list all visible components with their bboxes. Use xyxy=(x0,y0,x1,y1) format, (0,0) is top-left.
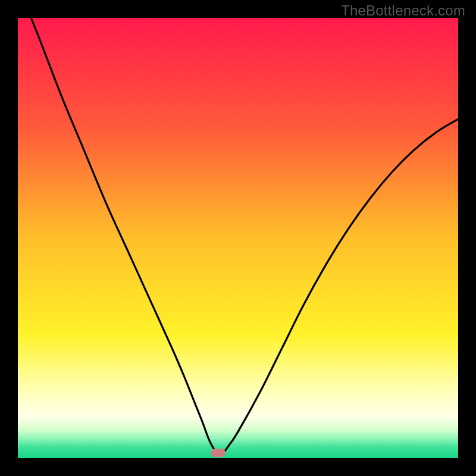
watermark-text: TheBottleneck.com xyxy=(341,2,465,19)
optimal-point-marker xyxy=(211,449,226,457)
bottleneck-chart xyxy=(0,0,476,476)
chart-plot-area xyxy=(18,18,458,458)
